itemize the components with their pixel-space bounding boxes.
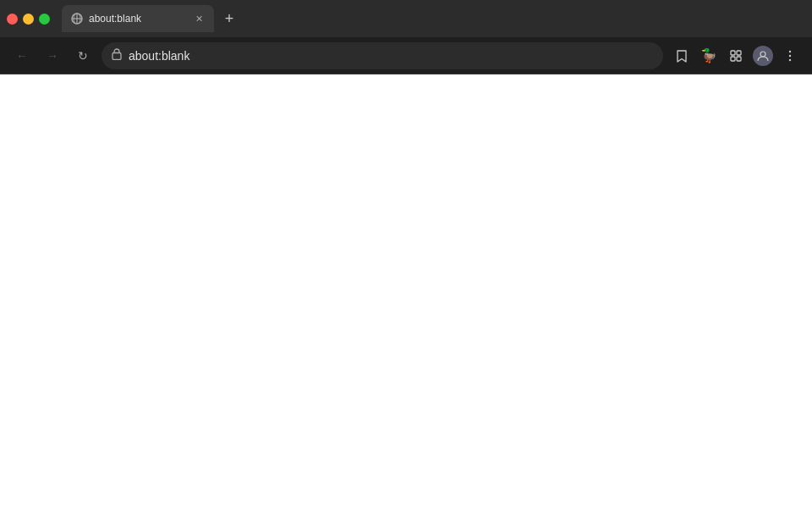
bookmark-button[interactable] (670, 44, 694, 68)
title-bar: about:blank ✕ + (0, 0, 812, 37)
nav-right-icons: 🦆 (670, 44, 802, 68)
new-tab-button[interactable]: + (217, 7, 241, 30)
svg-point-9 (760, 52, 765, 57)
reload-button[interactable]: ↻ (71, 44, 95, 68)
svg-rect-7 (731, 57, 735, 61)
close-button[interactable] (7, 14, 18, 25)
tab-title: about:blank (89, 13, 187, 25)
profile-avatar (753, 46, 773, 66)
back-button[interactable]: ← (10, 44, 34, 68)
security-icon (112, 48, 122, 63)
tab-favicon-icon (70, 12, 84, 25)
tab-close-button[interactable]: ✕ (192, 12, 206, 25)
svg-rect-8 (737, 57, 741, 61)
svg-rect-6 (737, 51, 741, 55)
svg-point-11 (789, 54, 791, 56)
menu-button[interactable] (778, 44, 802, 68)
svg-rect-4 (112, 53, 121, 60)
address-bar-container[interactable] (102, 42, 663, 69)
nav-bar: ← → ↻ 🦆 (0, 37, 812, 74)
svg-point-12 (789, 58, 791, 60)
page-content (0, 74, 812, 528)
svg-rect-5 (731, 51, 735, 55)
svg-point-10 (789, 50, 791, 52)
forward-button[interactable]: → (41, 44, 64, 68)
active-tab[interactable]: about:blank ✕ (62, 5, 214, 32)
minimize-button[interactable] (23, 14, 34, 25)
tab-bar: about:blank ✕ + (62, 5, 805, 32)
duck-icon: 🦆 (700, 47, 717, 63)
window-controls (7, 14, 50, 25)
extensions-button[interactable] (724, 44, 748, 68)
maximize-button[interactable] (39, 14, 50, 25)
address-input[interactable] (129, 49, 653, 63)
profile-button[interactable] (751, 44, 775, 68)
extension-duck-button[interactable]: 🦆 (697, 44, 721, 68)
